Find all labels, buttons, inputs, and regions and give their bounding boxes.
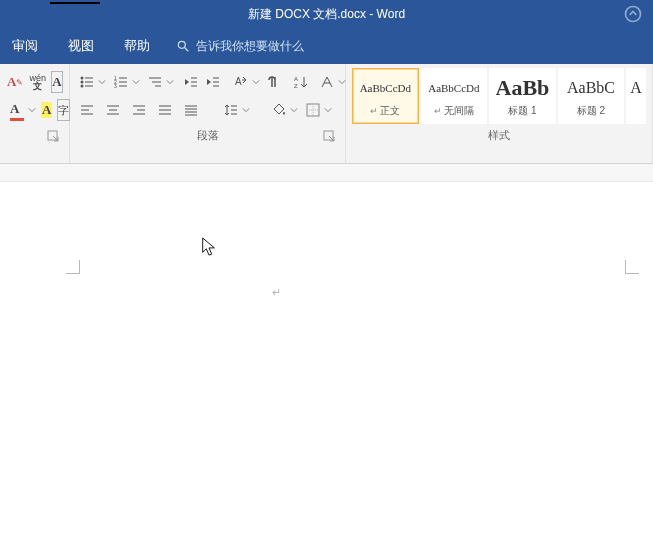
tell-me-label: 告诉我你想要做什么	[196, 38, 304, 55]
decorative-mark	[50, 2, 100, 4]
dialog-launcher-icon[interactable]	[323, 130, 337, 144]
window-title: 新建 DOCX 文档.docx - Word	[248, 6, 405, 23]
tab-view[interactable]: 视图	[64, 31, 98, 61]
styles-group-label: 样式	[488, 128, 510, 143]
page-margin-corner	[66, 260, 80, 274]
mouse-cursor-icon	[200, 236, 218, 262]
align-center-button[interactable]	[102, 99, 124, 121]
svg-point-6	[81, 85, 84, 88]
document-canvas[interactable]: ↵	[0, 182, 653, 551]
svg-point-4	[81, 77, 84, 80]
title-bar: 新建 DOCX 文档.docx - Word	[0, 0, 653, 28]
line-spacing-button[interactable]	[220, 99, 250, 121]
increase-indent-button[interactable]	[204, 71, 222, 93]
tab-help[interactable]: 帮助	[120, 31, 154, 61]
svg-text:3: 3	[114, 83, 117, 89]
style-preview: AaBbCcDd	[360, 73, 411, 103]
character-border-button[interactable]: A	[51, 71, 63, 93]
borders-button[interactable]	[302, 99, 332, 121]
show-hide-marks-button[interactable]	[264, 71, 282, 93]
numbering-button[interactable]: 123	[110, 71, 140, 93]
ribbon-tabs: 审阅 视图 帮助 告诉我你想要做什么	[0, 28, 653, 64]
svg-text:A: A	[235, 76, 242, 87]
style-tile-overflow[interactable]: A	[626, 68, 646, 124]
style-tile-nospacing[interactable]: AaBbCcDd ↵无间隔	[421, 68, 488, 124]
paragraph-group-label: 段落	[197, 128, 219, 143]
styles-gallery[interactable]: AaBbCcDd ↵正文 AaBbCcDd ↵无间隔 AaBb 标题 1 AaB…	[352, 68, 646, 124]
collapse-ribbon-icon[interactable]	[623, 4, 643, 27]
character-shading-button[interactable]: A	[40, 99, 53, 121]
font-group-partial: A✎ wén文 A A A 字	[0, 64, 70, 163]
paragraph-mark-icon: ↵	[272, 286, 281, 299]
svg-text:Z: Z	[294, 83, 298, 89]
chevron-down-icon[interactable]	[28, 106, 36, 114]
bullets-button[interactable]	[76, 71, 106, 93]
svg-line-2	[185, 48, 189, 52]
font-color-button[interactable]: A	[6, 99, 36, 121]
page-margin-corner	[625, 260, 639, 274]
ribbon: A✎ wén文 A A A 字 123 A	[0, 64, 653, 164]
style-tile-heading1[interactable]: AaBb 标题 1	[489, 68, 556, 124]
align-left-button[interactable]	[76, 99, 98, 121]
enclose-characters-button[interactable]: 字	[57, 99, 70, 121]
phonetic-guide-button[interactable]: wén文	[28, 71, 47, 93]
styles-group: AaBbCcDd ↵正文 AaBbCcDd ↵无间隔 AaBb 标题 1 AaB…	[346, 64, 653, 163]
align-distributed-button[interactable]	[180, 99, 202, 121]
svg-point-5	[81, 81, 84, 84]
decrease-indent-button[interactable]	[182, 71, 200, 93]
tell-me-search[interactable]: 告诉我你想要做什么	[176, 38, 304, 55]
align-justify-button[interactable]	[154, 99, 176, 121]
ruler-area	[0, 164, 653, 182]
align-right-button[interactable]	[128, 99, 150, 121]
shading-button[interactable]	[268, 99, 298, 121]
svg-text:A: A	[294, 76, 298, 82]
svg-point-0	[626, 7, 641, 22]
paragraph-group: 123 A AZ 段落	[70, 64, 346, 163]
asian-layout-button[interactable]	[316, 71, 346, 93]
multilevel-list-button[interactable]	[144, 71, 174, 93]
tab-review[interactable]: 审阅	[8, 31, 42, 61]
style-tile-normal[interactable]: AaBbCcDd ↵正文	[352, 68, 419, 124]
text-direction-button[interactable]: A	[230, 71, 260, 93]
dialog-launcher-icon[interactable]	[47, 130, 61, 144]
sort-button[interactable]: AZ	[290, 71, 312, 93]
style-tile-heading2[interactable]: AaBbC 标题 2	[558, 68, 625, 124]
clear-formatting-button[interactable]: A✎	[6, 71, 24, 93]
search-icon	[176, 39, 190, 53]
svg-point-1	[178, 41, 185, 48]
